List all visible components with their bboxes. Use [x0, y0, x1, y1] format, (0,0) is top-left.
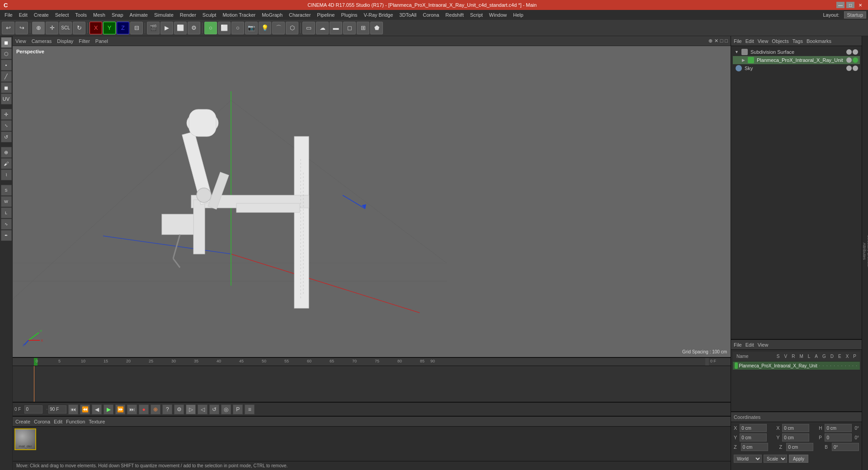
menu-create[interactable]: Create: [31, 11, 52, 19]
menu-motion-tracker[interactable]: Motion Tracker: [220, 11, 258, 19]
bend-button[interactable]: ⌒: [272, 22, 285, 34]
menu-sculpt[interactable]: Sculpt: [200, 11, 219, 19]
undo-button[interactable]: ↩: [2, 22, 14, 34]
sky-button[interactable]: ☁: [316, 22, 329, 34]
timeline-track[interactable]: [13, 366, 731, 402]
vp-nav-panel[interactable]: Panel: [95, 38, 108, 44]
attr-val-a[interactable]: ·: [837, 363, 840, 368]
menu-pipeline[interactable]: Pipeline: [314, 11, 337, 19]
grid-button[interactable]: ⊞: [357, 22, 369, 34]
motion-record-button[interactable]: ?: [162, 404, 172, 414]
timeline-options-btn[interactable]: ≡: [245, 404, 255, 414]
attr-val-r[interactable]: ·: [826, 363, 828, 368]
vp-nav-display[interactable]: Display: [57, 38, 73, 44]
sphere-button[interactable]: ○: [231, 22, 244, 34]
p-btn[interactable]: P: [233, 404, 243, 414]
right-edge-attr[interactable]: Attributes: [862, 243, 867, 260]
mat-menu-edit[interactable]: Edit: [54, 419, 62, 424]
menu-simulate[interactable]: Simulate: [151, 11, 176, 19]
coord-x2-input[interactable]: [782, 424, 809, 432]
render-settings-button[interactable]: ⚙: [188, 22, 200, 34]
menu-select[interactable]: Select: [52, 11, 72, 19]
menu-character[interactable]: Character: [286, 11, 313, 19]
attr-val-m[interactable]: ·: [829, 363, 832, 368]
menu-vray[interactable]: V-Ray Bridge: [361, 11, 396, 19]
edge-mode-button[interactable]: ╱: [1, 71, 12, 82]
coord-system-dropdown[interactable]: World Object Camera: [734, 455, 762, 463]
attr-menu-view[interactable]: View: [758, 342, 769, 348]
coord-b-input[interactable]: [832, 443, 859, 451]
attr-val-d[interactable]: ·: [844, 363, 847, 368]
menu-3dtoall[interactable]: 3DToAll: [396, 11, 419, 19]
render-view-button[interactable]: 🎬: [147, 22, 160, 34]
scale-tool-button[interactable]: SCL: [59, 22, 72, 34]
coord-x-input[interactable]: [740, 424, 767, 432]
menu-mesh[interactable]: Mesh: [90, 11, 108, 19]
floor2-button[interactable]: ▬: [330, 22, 342, 34]
auto-key-button[interactable]: ⊕: [151, 404, 160, 414]
mat-menu-function[interactable]: Function: [66, 419, 85, 424]
null-object-button[interactable]: ○: [204, 22, 217, 34]
attr-menu-file[interactable]: File: [734, 342, 742, 348]
menu-script[interactable]: Script: [467, 11, 486, 19]
obj-menu-file[interactable]: File: [734, 38, 742, 44]
obj-menu-edit[interactable]: Edit: [745, 38, 754, 44]
vp-nav-cameras[interactable]: Cameras: [32, 38, 52, 44]
obj-menu-objects[interactable]: Objects: [772, 38, 788, 44]
mat-menu-corona[interactable]: Corona: [34, 419, 50, 424]
polygon-mode-button[interactable]: ◼: [1, 82, 12, 93]
move-tool-button[interactable]: ✛: [46, 22, 58, 34]
anim-settings-button[interactable]: ⚙: [174, 404, 184, 414]
menu-render[interactable]: Render: [177, 11, 199, 19]
vp-nav-view[interactable]: View: [15, 38, 26, 44]
next-frame-button[interactable]: ⏩: [115, 404, 125, 414]
vp-nav-filter[interactable]: Filter: [79, 38, 90, 44]
obj-sky-vis[interactable]: [846, 66, 852, 71]
attr-val-g[interactable]: ·: [840, 363, 843, 368]
obj-sky[interactable]: Sky: [733, 64, 860, 72]
vp-icon-1[interactable]: ⊕: [708, 38, 712, 44]
rotate-tool-button[interactable]: ↻: [73, 22, 85, 34]
play-loop-btn[interactable]: ↺: [209, 404, 219, 414]
skip-end-button[interactable]: ⏭: [127, 404, 137, 414]
menu-edit[interactable]: Edit: [16, 11, 30, 19]
menu-snap[interactable]: Snap: [109, 11, 126, 19]
coord-apply-button[interactable]: Apply: [789, 455, 808, 463]
attr-val-l[interactable]: ·: [833, 363, 836, 368]
minimize-button[interactable]: —: [836, 2, 844, 8]
vp-icon-3[interactable]: □: [720, 38, 723, 44]
attr-val-p[interactable]: ·: [855, 363, 858, 368]
uv-mode-button[interactable]: UV: [1, 94, 12, 104]
bg-button[interactable]: ◻: [343, 22, 356, 34]
light-button[interactable]: 💡: [259, 22, 271, 34]
menu-help[interactable]: Help: [510, 11, 526, 19]
sculpt-button[interactable]: ∿: [1, 219, 12, 230]
menu-file[interactable]: File: [2, 11, 15, 19]
mat-menu-create[interactable]: Create: [15, 419, 30, 424]
play-back-button[interactable]: ◀: [92, 404, 102, 414]
menu-window[interactable]: Window: [486, 11, 509, 19]
move-tool-left[interactable]: ✛: [1, 109, 12, 120]
close-button[interactable]: ✕: [856, 2, 864, 8]
vp-icon-4[interactable]: □: [725, 38, 728, 44]
coord-z2-input[interactable]: [786, 443, 813, 451]
obj-menu-view[interactable]: View: [758, 38, 769, 44]
coord-scale-dropdown[interactable]: Scale Size: [764, 455, 787, 463]
all-axis-button[interactable]: ⊟: [130, 22, 143, 34]
edge-button[interactable]: ⬟: [370, 22, 383, 34]
obj-menu-bookmarks[interactable]: Bookmarks: [807, 38, 831, 44]
viewport[interactable]: Perspective Grid Spacing : 100 cm Y X Z: [13, 46, 731, 357]
live-selection-button[interactable]: ⊕: [32, 22, 45, 34]
attr-val-v[interactable]: ·: [822, 363, 825, 368]
obj-render-icon[interactable]: [853, 49, 858, 55]
skip-start-button[interactable]: ⏮: [68, 404, 78, 414]
snap-button[interactable]: S: [1, 185, 12, 196]
scale-tool-left[interactable]: ⤡: [1, 120, 12, 131]
point-mode-button[interactable]: •: [1, 60, 12, 70]
coord-y2-input[interactable]: [782, 433, 809, 442]
play-forward-btn[interactable]: ▷: [186, 404, 196, 414]
render-button[interactable]: ▶: [160, 22, 173, 34]
y-axis-button[interactable]: Y: [103, 22, 116, 34]
coord-y-input[interactable]: [740, 433, 767, 442]
menu-plugins[interactable]: Plugins: [338, 11, 360, 19]
